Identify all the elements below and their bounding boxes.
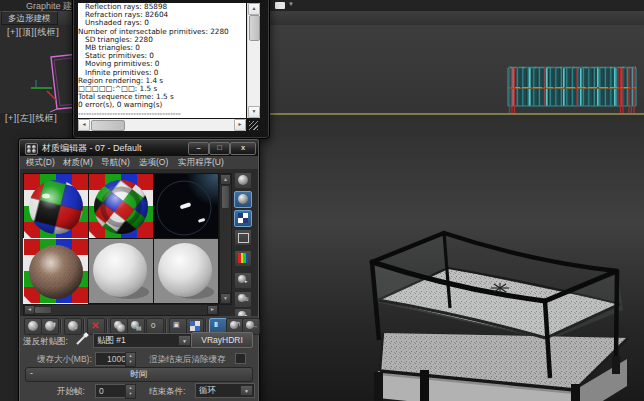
minimize-button[interactable]: –	[188, 142, 209, 155]
material-slot-3[interactable]	[153, 173, 219, 239]
sample-type-icon[interactable]	[234, 172, 252, 189]
tab-polygon-modeling[interactable]: 多边形建模	[1, 11, 58, 25]
window-title: 材质编辑器 - 07 - Default	[42, 142, 142, 155]
scroll-down-icon[interactable]: ▼	[248, 106, 260, 118]
map-name-dropdown[interactable]: 贴图 #1 ▼	[93, 333, 193, 348]
material-slot-2[interactable]	[88, 173, 154, 239]
get-material-icon[interactable]: ◦	[24, 318, 42, 335]
time-rollout-title: 时间	[26, 369, 252, 381]
start-frame-label: 开始帧:	[57, 386, 85, 398]
render-stats-log: Reflection rays: 85898 Refraction rays: …	[78, 3, 246, 118]
menu-material[interactable]: 材质(M)	[63, 157, 93, 169]
stat-line: ---------------------------------------	[78, 110, 246, 118]
menu-utilities[interactable]: 实用程序(U)	[178, 157, 224, 169]
hot-material-corner	[24, 231, 31, 238]
front-view-wireframe	[505, 62, 643, 116]
resize-grip[interactable]	[249, 121, 258, 130]
render-stats-window: Reflection rays: 85898 Refraction rays: …	[72, 0, 270, 139]
material-slot-5[interactable]	[88, 238, 154, 304]
material-editor-window: 材质编辑器 - 07 - Default – □ x 模式(D) 材质(M) 导…	[18, 138, 260, 401]
close-button[interactable]: x	[230, 142, 256, 155]
menu-options[interactable]: 选项(O)	[139, 157, 168, 169]
stats-vertical-scrollbar[interactable]: ▲ ▼	[247, 3, 260, 118]
material-slot-1[interactable]	[23, 173, 89, 239]
map-name: 贴图 #1	[97, 335, 126, 345]
hot-material-corner	[24, 296, 31, 303]
viewport-front[interactable]	[253, 25, 644, 113]
material-type-button[interactable]: VRayHDRI	[191, 332, 253, 348]
options-icon[interactable]: ≋	[234, 291, 252, 308]
clear-cache-label: 渲染结束后清除缓存	[149, 354, 226, 366]
cache-size-label: 缓存大小(MB):	[37, 354, 92, 366]
material-editor-menubar: 模式(D) 材质(M) 导航(N) 选项(O) 实用程序(U)	[20, 156, 258, 170]
sample-slot-area: ▲ ▼ ◄ ► ▸ ≋ ↖ ⋮≡	[20, 170, 258, 316]
viewport-perspective[interactable]	[253, 115, 644, 401]
display-case-model	[360, 228, 644, 401]
put-material-to-scene-icon[interactable]: ↟	[41, 318, 59, 335]
scroll-thumb[interactable]	[249, 15, 260, 41]
menu-mode[interactable]: 模式(D)	[26, 157, 55, 169]
maximize-button[interactable]: □	[209, 142, 230, 155]
time-rollout-header[interactable]: - 时间	[25, 367, 253, 382]
material-slot-4-selected[interactable]	[23, 238, 89, 304]
pick-material-eyedropper-icon[interactable]	[75, 332, 89, 346]
scroll-thumb[interactable]	[34, 306, 52, 314]
make-preview-icon[interactable]: ▸	[234, 272, 252, 289]
material-slot-6[interactable]	[153, 238, 219, 304]
backlight-icon[interactable]	[234, 191, 252, 208]
chevron-down-icon[interactable]: ▼	[178, 335, 191, 346]
scroll-up-icon[interactable]: ▲	[248, 3, 260, 15]
end-condition-value: 循环	[199, 385, 216, 395]
material-editor-titlebar[interactable]: 材质编辑器 - 07 - Default – □ x	[20, 140, 258, 156]
chevron-down-icon[interactable]: ▼	[288, 1, 294, 7]
viewport-divider[interactable]	[253, 113, 644, 115]
scroll-down-icon[interactable]: ▼	[220, 293, 231, 304]
video-color-check-icon[interactable]	[234, 250, 252, 267]
sample-uv-tiling-icon[interactable]	[234, 229, 252, 246]
scroll-up-icon[interactable]: ▲	[220, 174, 231, 185]
hot-material-corner	[89, 231, 96, 238]
scroll-thumb[interactable]	[221, 185, 230, 209]
cache-size-spinner[interactable]: ▲▼	[125, 352, 136, 367]
ribbon-collapse-icon[interactable]	[275, 2, 285, 9]
background-icon[interactable]	[234, 210, 252, 227]
menu-navigate[interactable]: 导航(N)	[101, 157, 130, 169]
clear-cache-checkbox[interactable]	[235, 353, 246, 364]
slots-vertical-scrollbar[interactable]: ▲ ▼	[219, 173, 232, 305]
scroll-right-icon[interactable]: ►	[207, 305, 218, 315]
scroll-left-icon[interactable]: ◄	[78, 119, 90, 131]
scroll-thumb[interactable]	[91, 120, 125, 131]
map-label: 漫反射贴图:	[23, 336, 68, 348]
chevron-down-icon[interactable]: ▼	[240, 385, 253, 396]
start-frame-spinner[interactable]: ▲▼	[125, 384, 136, 399]
stats-horizontal-scrollbar[interactable]: ◄ ►	[78, 119, 246, 131]
slots-horizontal-scrollbar[interactable]: ◄ ►	[23, 304, 219, 316]
end-condition-label: 结束条件:	[149, 386, 185, 398]
end-condition-dropdown[interactable]: 循环 ▼	[195, 383, 255, 398]
viewport-left-label[interactable]: [+][左][线框]	[5, 112, 57, 125]
desktop: Graphite 建模工具 ▼ 多边形建模 [+][顶][线框] [+][左][…	[0, 0, 644, 401]
scroll-right-icon[interactable]: ►	[234, 119, 246, 131]
material-editor-icon	[25, 143, 38, 155]
